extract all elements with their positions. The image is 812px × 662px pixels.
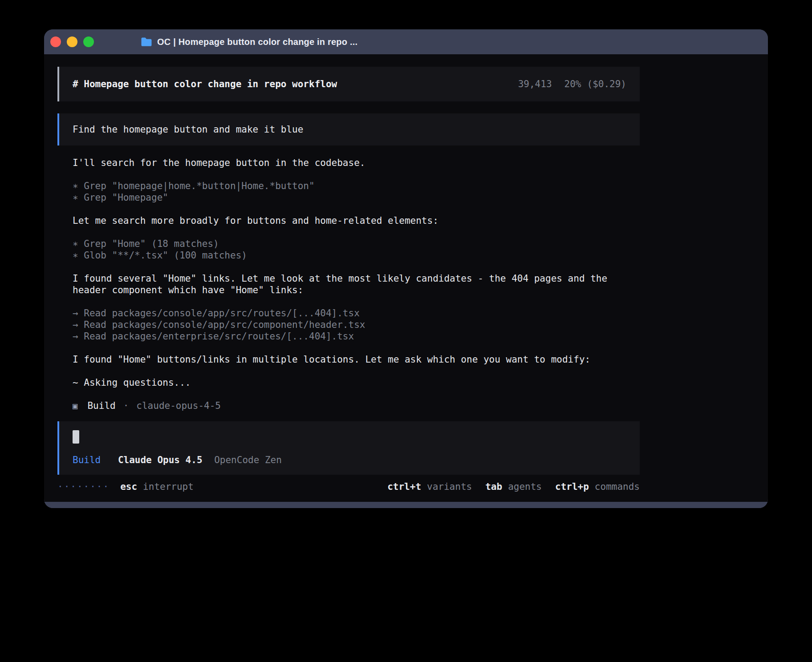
separator-dot: · [123, 400, 129, 412]
window-bottom-edge [44, 502, 768, 508]
tool-calls: ∗ Grep "homepage|home.*button|Home.*butt… [57, 180, 640, 203]
window-title: OC | Homepage button color change in rep… [157, 37, 357, 47]
agent-name: Build [87, 400, 115, 412]
agent-model: claude-opus-4-5 [136, 400, 221, 412]
hint-label: variants [427, 481, 472, 492]
hint-variants: ctrl+tvariants [387, 481, 472, 492]
status-left: ········ esc interrupt [57, 481, 194, 492]
tool-call-read: → Read packages/console/app/src/routes/[… [57, 307, 640, 319]
hint-label: agents [508, 481, 542, 492]
tool-call-grep: ∗ Grep "homepage|home.*button|Home.*butt… [57, 180, 640, 192]
assistant-text: I'll search for the homepage button in t… [57, 157, 640, 169]
hint-key: tab [485, 481, 502, 492]
tool-calls: → Read packages/console/app/src/routes/[… [57, 307, 640, 342]
message-input[interactable]: Build Claude Opus 4.5 OpenCode Zen [57, 421, 640, 475]
agent-icon: ▣ [73, 400, 77, 412]
input-agent-mode[interactable]: Build [73, 455, 101, 465]
conversation: I'll search for the homepage button in t… [57, 157, 640, 412]
user-message: Find the homepage button and make it blu… [57, 113, 640, 145]
titlebar[interactable]: OC | Homepage button color change in rep… [44, 29, 768, 54]
terminal-window: OC | Homepage button color change in rep… [44, 29, 768, 508]
hint-key: ctrl+p [555, 481, 589, 492]
esc-key-label: interrupt [143, 481, 194, 492]
token-count: 39,413 [518, 79, 552, 89]
tool-call-read: → Read packages/enterprise/src/routes/[.… [57, 331, 640, 342]
agent-attribution: ▣ Build · claude-opus-4-5 [57, 400, 640, 412]
input-provider-name: OpenCode Zen [214, 455, 282, 465]
session-header: # Homepage button color change in repo w… [57, 67, 640, 101]
assistant-text: Let me search more broadly for buttons a… [57, 215, 640, 226]
context-percent: 20% [564, 79, 581, 89]
assistant-text: I found several "Home" links. Let me loo… [57, 273, 640, 296]
text-cursor [73, 430, 79, 444]
window-title-group: OC | Homepage button color change in rep… [141, 37, 357, 47]
hint-label: commands [595, 481, 640, 492]
hint-commands: ctrl+pcommands [555, 481, 640, 492]
assistant-text: I found "Home" buttons/links in multiple… [57, 354, 640, 365]
status-right: ctrl+tvariants tabagents ctrl+pcommands [387, 481, 640, 492]
hint-agents: tabagents [485, 481, 542, 492]
input-meta: Build Claude Opus 4.5 OpenCode Zen [73, 454, 626, 466]
zoom-button[interactable] [83, 36, 94, 47]
session-title: # Homepage button color change in repo w… [73, 79, 337, 89]
user-message-text: Find the homepage button and make it blu… [73, 124, 303, 135]
input-line[interactable] [73, 430, 626, 444]
tool-call-glob: ∗ Glob "**/*.tsx" (100 matches) [57, 250, 640, 261]
esc-key-hint: esc [120, 481, 137, 492]
terminal-content: # Homepage button color change in repo w… [44, 54, 768, 502]
close-button[interactable] [50, 36, 61, 47]
tool-call-grep: ∗ Grep "Home" (18 matches) [57, 238, 640, 250]
session-stats: 39,41320%($0.29) [518, 79, 626, 89]
folder-icon [141, 37, 152, 47]
tool-call-read: → Read packages/console/app/src/componen… [57, 319, 640, 331]
hint-key: ctrl+t [387, 481, 421, 492]
status-bar: ········ esc interrupt ctrl+tvariants ta… [57, 481, 640, 492]
spinner-dots: ········ [57, 481, 110, 492]
input-model-name[interactable]: Claude Opus 4.5 [118, 455, 203, 465]
window-controls [44, 36, 94, 47]
assistant-status: ~ Asking questions... [57, 377, 640, 388]
session-cost: ($0.29) [587, 79, 626, 89]
tool-calls: ∗ Grep "Home" (18 matches) ∗ Glob "**/*.… [57, 238, 640, 261]
tool-call-grep: ∗ Grep "Homepage" [57, 192, 640, 203]
minimize-button[interactable] [67, 36, 77, 47]
